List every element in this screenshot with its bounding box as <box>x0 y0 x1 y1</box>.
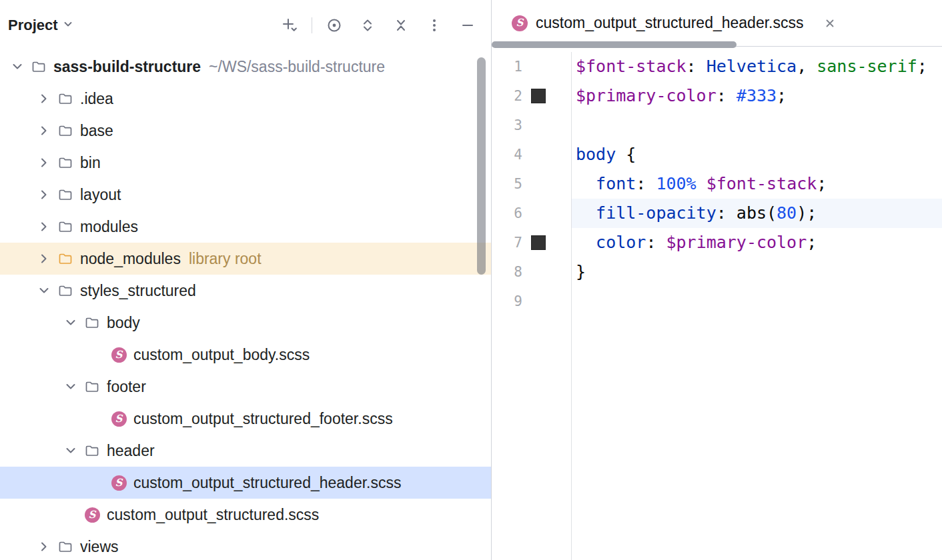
gutter-row-5: 5 <box>492 169 571 199</box>
folder-icon <box>57 283 73 299</box>
tree-row-views[interactable]: views <box>0 531 491 560</box>
chevron-down-icon <box>62 17 74 34</box>
token-var: $font-stack <box>576 57 686 76</box>
chevron-spacer <box>89 475 105 491</box>
code-line-7[interactable]: color: $primary-color; <box>576 228 942 257</box>
code-line-9[interactable] <box>576 287 942 316</box>
sass-file-icon <box>111 411 127 427</box>
sass-file-icon <box>111 411 127 427</box>
hide-icon[interactable] <box>456 14 479 37</box>
close-icon[interactable] <box>821 14 839 33</box>
tree-row-styles-structured[interactable]: styles_structured <box>0 275 491 307</box>
chevron-right-icon[interactable] <box>36 123 52 139</box>
library-root-badge: library root <box>189 250 262 268</box>
tree-item-label: layout <box>80 186 121 204</box>
token-prop: fill-opacity <box>596 203 717 223</box>
token-num: 80 <box>777 203 797 223</box>
line-number[interactable]: 2 <box>492 88 522 104</box>
folder-icon <box>57 539 73 555</box>
tree-row-custom-output-structured-scss[interactable]: custom_output_structured.scss <box>0 499 491 531</box>
code-line-8[interactable]: } <box>576 257 942 287</box>
project-view-dropdown[interactable]: Project <box>8 17 74 34</box>
tree-row-layout[interactable]: layout <box>0 179 491 211</box>
tree-row-sass-build-structure[interactable]: sass-build-structure~/WS/sass-build-stru… <box>0 51 491 83</box>
tree-row-base[interactable]: base <box>0 115 491 147</box>
gutter-row-8: 8 <box>492 257 571 287</box>
token-plain <box>576 174 596 193</box>
token-plain <box>696 174 706 193</box>
line-number[interactable]: 7 <box>492 235 522 251</box>
tree-row-custom-output-structured-header-scss[interactable]: custom_output_structured_header.scss <box>0 467 491 499</box>
chevron-right-icon[interactable] <box>36 187 52 203</box>
code-line-1[interactable]: $font-stack: Helvetica, sans-serif; <box>576 52 942 81</box>
code-area[interactable]: $font-stack: Helvetica, sans-serif;$prim… <box>572 52 942 560</box>
collapse-all-icon[interactable] <box>390 14 412 37</box>
code-line-5[interactable]: font: 100% $font-stack; <box>576 169 942 199</box>
folder-icon <box>31 59 47 75</box>
chevron-down-icon[interactable] <box>36 283 52 299</box>
chevron-right-icon[interactable] <box>36 251 52 267</box>
line-number[interactable]: 1 <box>492 59 522 75</box>
code-line-6[interactable]: fill-opacity: abs(80); <box>572 199 942 228</box>
code-line-2[interactable]: $primary-color: #333; <box>576 81 942 111</box>
tree-row-header[interactable]: header <box>0 435 491 467</box>
tree-vertical-scrollbar[interactable] <box>477 57 486 275</box>
token-num: #333 <box>737 86 777 105</box>
gutter-row-7: 7 <box>492 228 571 257</box>
sass-file-icon <box>512 15 528 31</box>
editor-body: 123456789 $font-stack: Helvetica, sans-s… <box>492 47 942 560</box>
tree-item-label: custom_output_structured_header.scss <box>133 474 401 492</box>
line-number[interactable]: 3 <box>492 117 522 133</box>
code-line-4[interactable]: body { <box>576 140 942 169</box>
tab-title: custom_output_structured_header.scss <box>536 14 803 32</box>
token-num: 100% <box>656 174 696 193</box>
expand-all-icon[interactable] <box>356 14 379 37</box>
chevron-right-icon[interactable] <box>36 539 52 555</box>
token-var: $primary-color <box>666 233 807 252</box>
tree-row-custom-output-body-scss[interactable]: custom_output_body.scss <box>0 339 491 371</box>
tree-row-footer[interactable]: footer <box>0 371 491 403</box>
tree-row-node-modules[interactable]: node_moduleslibrary root <box>0 243 491 275</box>
locate-icon[interactable] <box>323 14 346 37</box>
line-number[interactable]: 9 <box>492 293 522 309</box>
chevron-right-icon[interactable] <box>36 219 52 235</box>
chevron-right-icon[interactable] <box>36 91 52 107</box>
sass-file-icon <box>111 347 127 363</box>
chevron-down-icon[interactable] <box>63 315 79 331</box>
tree-row-idea[interactable]: .idea <box>0 83 491 115</box>
line-number[interactable]: 5 <box>492 176 522 192</box>
tree-row-modules[interactable]: modules <box>0 211 491 243</box>
token-plain: ; <box>777 86 787 105</box>
chevron-down-icon[interactable] <box>9 59 25 75</box>
tree-row-custom-output-structured-footer-scss[interactable]: custom_output_structured_footer.scss <box>0 403 491 435</box>
folder-icon <box>57 123 73 139</box>
color-preview-swatch[interactable] <box>531 89 546 103</box>
tree-item-label: header <box>107 442 155 460</box>
line-number[interactable]: 4 <box>492 147 522 163</box>
editor-horizontal-scrollbar[interactable] <box>492 41 737 48</box>
token-plain: ; <box>917 57 927 76</box>
chevron-down-icon[interactable] <box>63 443 79 459</box>
tree-row-body[interactable]: body <box>0 307 491 339</box>
more-icon[interactable] <box>423 14 446 37</box>
sass-file-icon <box>84 507 100 523</box>
line-number[interactable]: 6 <box>492 205 522 221</box>
line-number[interactable]: 8 <box>492 264 522 280</box>
chevron-down-icon[interactable] <box>63 379 79 395</box>
tab-custom-output-structured-header[interactable]: custom_output_structured_header.scss <box>512 0 839 46</box>
tree-item-label: custom_output_structured_footer.scss <box>133 410 393 428</box>
add-icon[interactable] <box>278 14 301 37</box>
gutter-row-3: 3 <box>492 111 571 140</box>
tree-item-label: base <box>80 122 113 140</box>
color-preview-swatch[interactable] <box>531 235 546 250</box>
editor-tab-bar: custom_output_structured_header.scss <box>492 0 942 47</box>
gutter-row-2: 2 <box>492 81 571 111</box>
tree-row-bin[interactable]: bin <box>0 147 491 179</box>
tree-item-label: node_modules <box>80 250 181 268</box>
chevron-right-icon[interactable] <box>36 155 52 171</box>
folder-icon <box>57 187 73 203</box>
sass-file-icon <box>111 475 127 491</box>
folder-icon <box>84 315 100 331</box>
tree-item-label: bin <box>80 154 101 172</box>
code-line-3[interactable] <box>576 111 942 140</box>
